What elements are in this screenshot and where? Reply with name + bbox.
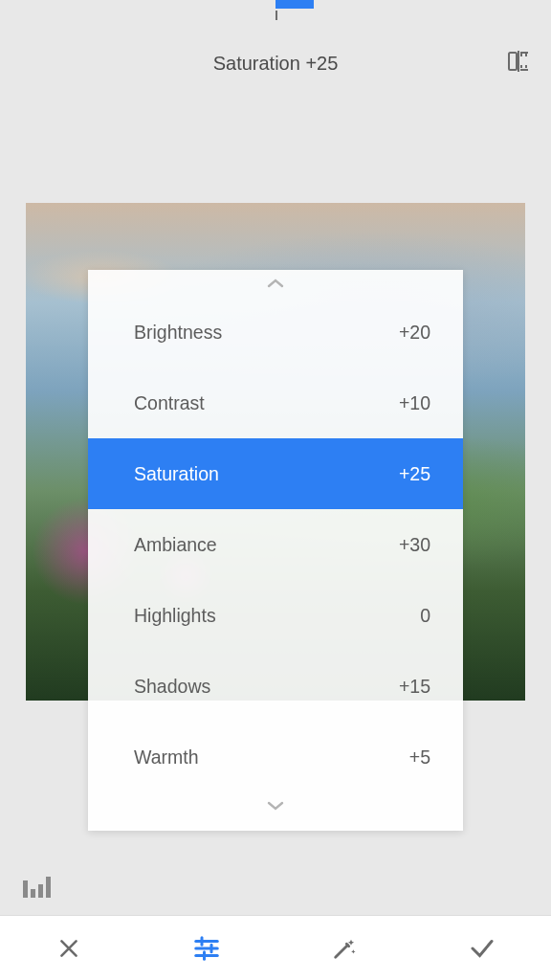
- bottom-toolbar: [0, 915, 551, 980]
- histogram-icon[interactable]: [23, 877, 51, 898]
- adjustment-label: Contrast: [134, 392, 205, 414]
- adjustment-label: Saturation: [134, 463, 219, 485]
- adjustment-row-brightness[interactable]: Brightness+20: [88, 297, 463, 368]
- header-row: Saturation +25: [0, 46, 551, 80]
- chevron-down-icon[interactable]: [88, 792, 463, 819]
- compare-icon[interactable]: [507, 50, 530, 73]
- adjustment-value: +10: [399, 392, 430, 414]
- cancel-button[interactable]: [50, 929, 88, 968]
- adjustment-label: Brightness: [134, 322, 222, 344]
- adjustment-row-saturation[interactable]: Saturation+25: [88, 438, 463, 509]
- chevron-up-icon[interactable]: [88, 270, 463, 297]
- adjustment-value: 0: [420, 605, 430, 627]
- adjustment-row-warmth[interactable]: Warmth+5: [88, 722, 463, 792]
- auto-adjust-button[interactable]: [325, 929, 364, 968]
- adjustment-label: Ambiance: [134, 534, 217, 556]
- current-adjustment-title: Saturation +25: [213, 53, 339, 75]
- adjustments-panel: Brightness+20Contrast+10Saturation+25Amb…: [88, 270, 463, 831]
- adjustment-value: +25: [399, 463, 430, 485]
- editor-canvas: Saturation +25 Brightness+20Contrast+10S…: [0, 0, 551, 915]
- adjustment-row-ambiance[interactable]: Ambiance+30: [88, 509, 463, 580]
- apply-button[interactable]: [463, 929, 501, 968]
- adjustment-value: +15: [399, 676, 430, 698]
- adjustment-value: +30: [399, 534, 430, 556]
- adjustment-label: Highlights: [134, 605, 216, 627]
- tune-button[interactable]: [187, 929, 226, 968]
- adjustment-value: +20: [399, 322, 430, 344]
- adjustment-row-highlights[interactable]: Highlights0: [88, 580, 463, 651]
- adjustment-row-contrast[interactable]: Contrast+10: [88, 368, 463, 438]
- adjustment-label: Warmth: [134, 746, 199, 768]
- svg-rect-0: [509, 53, 517, 70]
- adjustment-row-shadows[interactable]: Shadows+15: [88, 651, 463, 722]
- adjustment-value: +5: [409, 746, 430, 768]
- adjustment-label: Shadows: [134, 676, 210, 698]
